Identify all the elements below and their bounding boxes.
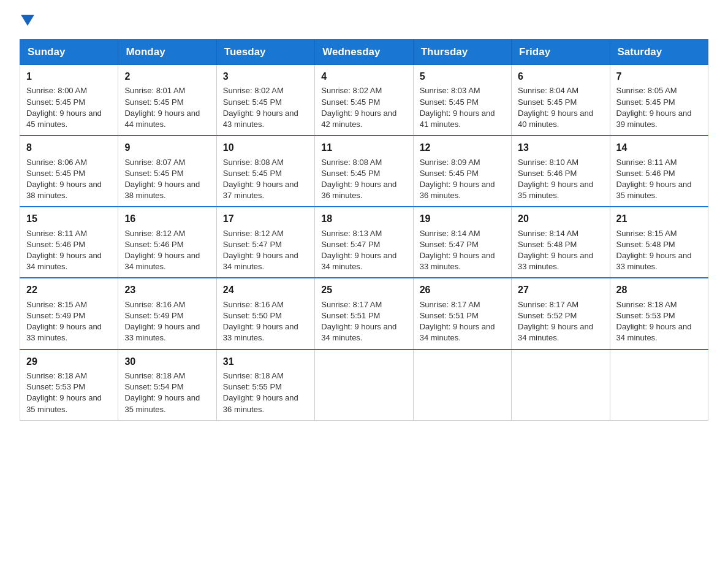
day-info: Sunrise: 8:18 AMSunset: 5:55 PMDaylight:… [223,371,298,414]
calendar-cell [512,350,610,421]
calendar-cell: 31 Sunrise: 8:18 AMSunset: 5:55 PMDaylig… [216,350,314,421]
day-number: 3 [223,70,308,83]
day-number: 8 [26,141,112,155]
week-row-4: 22 Sunrise: 8:15 AMSunset: 5:49 PMDaylig… [20,278,708,349]
calendar-cell: 8 Sunrise: 8:06 AMSunset: 5:45 PMDayligh… [20,136,118,207]
calendar-cell: 12 Sunrise: 8:09 AMSunset: 5:45 PMDaylig… [413,136,511,207]
day-info: Sunrise: 8:05 AMSunset: 5:45 PMDaylight:… [616,86,692,129]
page-header [20,15,708,28]
day-info: Sunrise: 8:12 AMSunset: 5:47 PMDaylight:… [223,229,298,272]
day-info: Sunrise: 8:15 AMSunset: 5:48 PMDaylight:… [616,229,692,272]
day-info: Sunrise: 8:17 AMSunset: 5:52 PMDaylight:… [518,300,593,343]
calendar-cell: 28 Sunrise: 8:18 AMSunset: 5:53 PMDaylig… [610,278,708,349]
calendar-cell: 20 Sunrise: 8:14 AMSunset: 5:48 PMDaylig… [512,207,610,278]
day-number: 26 [420,283,505,297]
day-info: Sunrise: 8:12 AMSunset: 5:46 PMDaylight:… [124,229,200,272]
calendar-cell [610,350,708,421]
day-info: Sunrise: 8:13 AMSunset: 5:47 PMDaylight:… [321,229,396,272]
calendar-cell: 24 Sunrise: 8:16 AMSunset: 5:50 PMDaylig… [216,278,314,349]
calendar-cell: 11 Sunrise: 8:08 AMSunset: 5:45 PMDaylig… [315,136,413,207]
calendar-cell: 2 Sunrise: 8:01 AMSunset: 5:45 PMDayligh… [118,65,216,136]
day-info: Sunrise: 8:11 AMSunset: 5:46 PMDaylight:… [616,158,692,201]
calendar-table: SundayMondayTuesdayWednesdayThursdayFrid… [20,39,708,421]
day-info: Sunrise: 8:18 AMSunset: 5:53 PMDaylight:… [26,371,102,414]
calendar-header-row: SundayMondayTuesdayWednesdayThursdayFrid… [20,40,708,65]
calendar-cell: 1 Sunrise: 8:00 AMSunset: 5:45 PMDayligh… [20,65,118,136]
calendar-cell: 7 Sunrise: 8:05 AMSunset: 5:45 PMDayligh… [610,65,708,136]
calendar-cell: 13 Sunrise: 8:10 AMSunset: 5:46 PMDaylig… [512,136,610,207]
logo-triangle-icon [21,15,34,26]
day-number: 4 [321,70,406,83]
calendar-cell [413,350,511,421]
calendar-cell: 25 Sunrise: 8:17 AMSunset: 5:51 PMDaylig… [315,278,413,349]
column-header-wednesday: Wednesday [315,40,413,65]
column-header-monday: Monday [118,40,216,65]
day-number: 25 [321,283,406,297]
day-number: 2 [124,70,210,83]
day-info: Sunrise: 8:18 AMSunset: 5:54 PMDaylight:… [124,371,200,414]
day-number: 17 [223,212,308,226]
calendar-cell: 5 Sunrise: 8:03 AMSunset: 5:45 PMDayligh… [413,65,511,136]
day-number: 20 [518,212,603,226]
day-number: 28 [616,283,702,297]
calendar-cell: 6 Sunrise: 8:04 AMSunset: 5:45 PMDayligh… [512,65,610,136]
day-info: Sunrise: 8:16 AMSunset: 5:49 PMDaylight:… [124,300,200,343]
calendar-cell: 4 Sunrise: 8:02 AMSunset: 5:45 PMDayligh… [315,65,413,136]
day-number: 15 [26,212,112,226]
day-info: Sunrise: 8:02 AMSunset: 5:45 PMDaylight:… [321,86,396,129]
calendar-cell: 14 Sunrise: 8:11 AMSunset: 5:46 PMDaylig… [610,136,708,207]
day-number: 21 [616,212,702,226]
calendar-cell: 18 Sunrise: 8:13 AMSunset: 5:47 PMDaylig… [315,207,413,278]
calendar-cell: 30 Sunrise: 8:18 AMSunset: 5:54 PMDaylig… [118,350,216,421]
day-number: 23 [124,283,210,297]
day-number: 11 [321,141,406,155]
day-info: Sunrise: 8:02 AMSunset: 5:45 PMDaylight:… [223,86,298,129]
day-info: Sunrise: 8:07 AMSunset: 5:45 PMDaylight:… [124,158,200,201]
week-row-5: 29 Sunrise: 8:18 AMSunset: 5:53 PMDaylig… [20,350,708,421]
calendar-cell: 21 Sunrise: 8:15 AMSunset: 5:48 PMDaylig… [610,207,708,278]
day-number: 6 [518,70,603,83]
day-info: Sunrise: 8:15 AMSunset: 5:49 PMDaylight:… [26,300,102,343]
day-number: 14 [616,141,702,155]
day-info: Sunrise: 8:16 AMSunset: 5:50 PMDaylight:… [223,300,298,343]
day-info: Sunrise: 8:08 AMSunset: 5:45 PMDaylight:… [223,158,298,201]
day-info: Sunrise: 8:09 AMSunset: 5:45 PMDaylight:… [420,158,495,201]
day-info: Sunrise: 8:10 AMSunset: 5:46 PMDaylight:… [518,158,593,201]
column-header-sunday: Sunday [20,40,118,65]
day-number: 13 [518,141,603,155]
day-number: 7 [616,70,702,83]
calendar-cell: 15 Sunrise: 8:11 AMSunset: 5:46 PMDaylig… [20,207,118,278]
day-info: Sunrise: 8:17 AMSunset: 5:51 PMDaylight:… [321,300,396,343]
day-number: 16 [124,212,210,226]
column-header-thursday: Thursday [413,40,511,65]
day-info: Sunrise: 8:14 AMSunset: 5:47 PMDaylight:… [420,229,495,272]
day-number: 10 [223,141,308,155]
calendar-cell: 17 Sunrise: 8:12 AMSunset: 5:47 PMDaylig… [216,207,314,278]
day-info: Sunrise: 8:17 AMSunset: 5:51 PMDaylight:… [420,300,495,343]
calendar-cell: 16 Sunrise: 8:12 AMSunset: 5:46 PMDaylig… [118,207,216,278]
calendar-cell: 29 Sunrise: 8:18 AMSunset: 5:53 PMDaylig… [20,350,118,421]
day-number: 12 [420,141,505,155]
calendar-cell: 26 Sunrise: 8:17 AMSunset: 5:51 PMDaylig… [413,278,511,349]
day-number: 24 [223,283,308,297]
day-number: 22 [26,283,112,297]
day-number: 27 [518,283,603,297]
day-number: 5 [420,70,505,83]
calendar-cell: 9 Sunrise: 8:07 AMSunset: 5:45 PMDayligh… [118,136,216,207]
day-info: Sunrise: 8:08 AMSunset: 5:45 PMDaylight:… [321,158,396,201]
logo [20,15,34,28]
calendar-cell: 3 Sunrise: 8:02 AMSunset: 5:45 PMDayligh… [216,65,314,136]
day-number: 30 [124,355,210,369]
column-header-saturday: Saturday [610,40,708,65]
day-number: 9 [124,141,210,155]
calendar-cell: 27 Sunrise: 8:17 AMSunset: 5:52 PMDaylig… [512,278,610,349]
calendar-cell [315,350,413,421]
day-info: Sunrise: 8:14 AMSunset: 5:48 PMDaylight:… [518,229,593,272]
day-info: Sunrise: 8:11 AMSunset: 5:46 PMDaylight:… [26,229,102,272]
column-header-friday: Friday [512,40,610,65]
calendar-cell: 22 Sunrise: 8:15 AMSunset: 5:49 PMDaylig… [20,278,118,349]
day-info: Sunrise: 8:03 AMSunset: 5:45 PMDaylight:… [420,86,495,129]
calendar-cell: 19 Sunrise: 8:14 AMSunset: 5:47 PMDaylig… [413,207,511,278]
week-row-2: 8 Sunrise: 8:06 AMSunset: 5:45 PMDayligh… [20,136,708,207]
day-number: 19 [420,212,505,226]
